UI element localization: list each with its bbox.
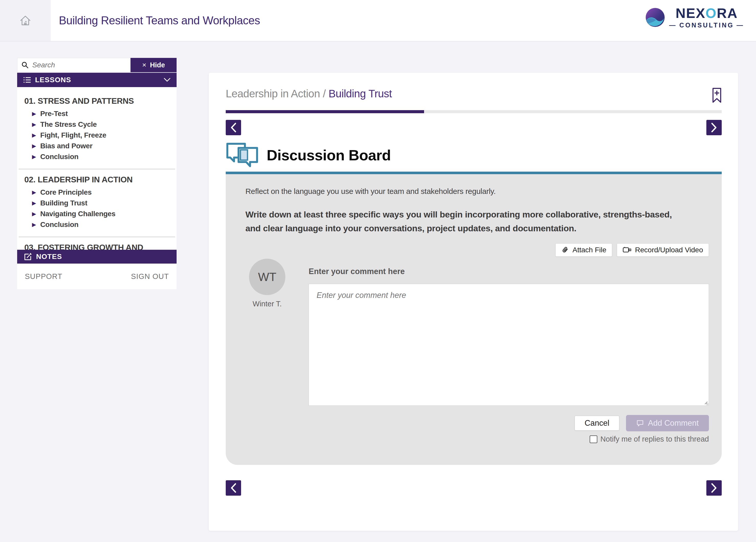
brand-logo: NEXORA —CONSULTING— (646, 6, 744, 28)
notes-icon (24, 252, 32, 261)
chevron-right-icon (711, 483, 717, 493)
notes-label: NOTES (36, 252, 62, 261)
lesson-progress-bar (226, 110, 722, 113)
comment-label: Enter your comment here (309, 267, 709, 276)
lesson-item-label: Conclusion (40, 153, 78, 161)
home-icon (19, 14, 31, 27)
chevron-down-icon (164, 78, 170, 82)
chevron-left-icon (230, 483, 236, 493)
previous-lesson-button-bottom[interactable] (226, 480, 241, 496)
speech-bubble-icon (636, 420, 644, 427)
triangle-icon: ▶ (32, 222, 36, 227)
chevron-left-icon (230, 123, 236, 132)
next-lesson-button-bottom[interactable] (706, 480, 722, 496)
header: Building Resilient Teams and Workplaces … (0, 0, 756, 41)
top-nav-row (226, 120, 722, 135)
brand-text: NEXORA —CONSULTING— (669, 6, 744, 28)
video-camera-icon (623, 247, 631, 253)
brand-subtitle: —CONSULTING— (669, 22, 744, 28)
cancel-button[interactable]: Cancel (575, 416, 619, 431)
brand-swirl-icon (646, 8, 665, 27)
previous-lesson-button[interactable] (226, 120, 241, 135)
sidebar: × Hide LESSONS 01. STRESS AND PATTERNS▶P… (17, 58, 177, 289)
triangle-icon: ▶ (32, 111, 36, 116)
comment-composer: WT Winter T. Enter your comment here (245, 259, 709, 443)
lessons-list: 01. STRESS AND PATTERNS▶Pre-Test▶The Str… (17, 87, 177, 250)
support-link[interactable]: SUPPORT (25, 272, 62, 281)
lesson-item[interactable]: ▶Navigating Challenges (17, 208, 177, 219)
lesson-item[interactable]: ▶Pre-Test (17, 108, 177, 119)
prompt-intro: Reflect on the language you use with you… (245, 186, 709, 196)
next-lesson-button[interactable] (706, 120, 722, 135)
add-comment-button[interactable]: Add Comment (626, 415, 709, 431)
notify-checkbox[interactable] (590, 436, 597, 443)
lesson-item-label: Pre-Test (40, 110, 68, 118)
lesson-item[interactable]: ▶Building Trust (17, 198, 177, 208)
triangle-icon: ▶ (32, 143, 36, 149)
divider (19, 237, 175, 237)
avatar-initials: WT (258, 270, 276, 284)
triangle-icon: ▶ (32, 211, 36, 217)
course-title: Building Resilient Teams and Workplaces (59, 14, 260, 27)
lesson-item[interactable]: ▶Conclusion (17, 219, 177, 230)
lesson-topbar: Leadership in Action / Building Trust (226, 88, 722, 103)
paperclip-icon (561, 246, 569, 254)
notify-label: Notify me of replies to this thread (600, 435, 709, 443)
triangle-icon: ▶ (32, 190, 36, 195)
discussion-icon (226, 142, 259, 168)
bookmark-add-icon[interactable] (712, 88, 722, 103)
lesson-item-label: The Stress Cycle (40, 120, 97, 129)
signout-link[interactable]: SIGN OUT (131, 272, 169, 281)
lesson-item-label: Core Principles (40, 188, 92, 196)
lesson-item[interactable]: ▶Bias and Power (17, 141, 177, 151)
search-icon (21, 61, 29, 69)
page-title: Discussion Board (267, 146, 391, 164)
lesson-card: Leadership in Action / Building Trust (209, 73, 738, 531)
triangle-icon: ▶ (32, 200, 36, 206)
lesson-item-label: Navigating Challenges (40, 210, 115, 218)
lesson-item-label: Fight, Flight, Freeze (40, 131, 106, 139)
attach-file-button[interactable]: Attach File (555, 243, 612, 256)
lesson-item[interactable]: ▶Core Principles (17, 187, 177, 198)
comment-actions: Cancel Add Comment (309, 415, 709, 431)
lesson-section-title[interactable]: 02. LEADERSHIP IN ACTION (17, 171, 177, 187)
divider (19, 169, 175, 169)
prompt-instructions: Write down at least three specific ways … (245, 207, 688, 235)
lesson-section-title[interactable]: 03. FOSTERING GROWTH AND (17, 239, 177, 250)
triangle-icon: ▶ (32, 133, 36, 138)
home-button[interactable] (0, 0, 51, 41)
lesson-item-label: Building Trust (40, 199, 87, 207)
comment-input-wrap (309, 284, 709, 407)
comment-editor: Enter your comment here Cancel (309, 259, 709, 443)
sidebar-search-row: × Hide (17, 58, 177, 72)
list-icon (23, 77, 31, 83)
lesson-item-label: Bias and Power (40, 142, 92, 150)
lessons-label: LESSONS (35, 76, 160, 84)
lesson-item[interactable]: ▶Fight, Flight, Freeze (17, 130, 177, 141)
search-box (17, 58, 131, 72)
notify-row: Notify me of replies to this thread (309, 435, 709, 443)
notes-button[interactable]: NOTES (17, 250, 177, 263)
course-player: Building Resilient Teams and Workplaces … (0, 0, 756, 542)
comment-input[interactable] (309, 284, 709, 406)
lesson-section-title[interactable]: 01. STRESS AND PATTERNS (17, 92, 177, 108)
attachment-toolbar: Attach File Record/Upload Video (245, 243, 709, 256)
lesson-item[interactable]: ▶Conclusion (17, 151, 177, 162)
hide-sidebar-button[interactable]: × Hide (131, 58, 177, 72)
lesson-item[interactable]: ▶The Stress Cycle (17, 119, 177, 130)
commenter-column: WT Winter T. (245, 259, 289, 443)
lesson-item-label: Conclusion (40, 220, 78, 229)
avatar: WT (249, 259, 285, 295)
sidebar-footer: SUPPORT SIGN OUT (17, 263, 177, 289)
breadcrumb: Leadership in Action / Building Trust (226, 88, 392, 100)
breadcrumb-parent[interactable]: Leadership in Action (226, 88, 320, 100)
breadcrumb-current: Building Trust (329, 88, 392, 100)
progress-fill (226, 110, 424, 113)
search-input[interactable] (32, 61, 126, 69)
lessons-header[interactable]: LESSONS (17, 73, 177, 87)
discussion-panel: Reflect on the language you use with you… (226, 172, 722, 465)
bottom-nav-row (226, 480, 722, 496)
chevron-right-icon (711, 123, 717, 132)
record-upload-video-button[interactable]: Record/Upload Video (617, 243, 709, 256)
close-icon: × (142, 61, 146, 69)
